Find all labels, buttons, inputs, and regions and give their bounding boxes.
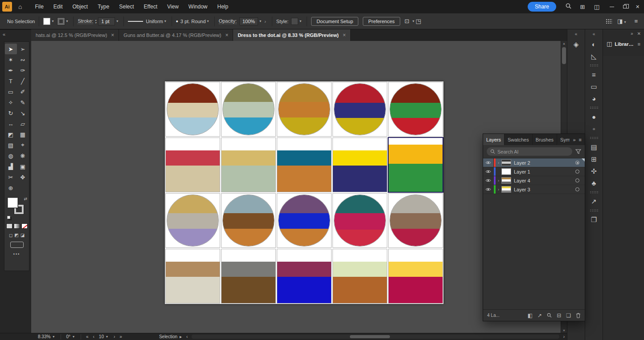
gradient-tool[interactable]: ▧ [5, 140, 17, 150]
brush-value[interactable]: 3 pt. Round [180, 19, 206, 24]
chevron-down-icon[interactable]: ▾ [65, 19, 69, 23]
links-panel-icon[interactable]: ⊞ [585, 153, 603, 165]
target-circle-icon[interactable] [575, 187, 579, 191]
none-mode-button[interactable] [21, 223, 28, 229]
gradient-panel-icon[interactable]: ◕ [585, 93, 603, 105]
draw-inside-icon[interactable]: ◪ [21, 233, 25, 238]
chevron-down-icon[interactable]: ▾ [298, 19, 303, 23]
new-layer-icon[interactable]: ❏ [566, 312, 571, 319]
swatch-circle-cell[interactable] [165, 193, 220, 248]
locate-object-icon[interactable] [547, 313, 552, 318]
expand-panels-icon[interactable]: « [567, 29, 585, 38]
visibility-eye-icon[interactable] [483, 176, 494, 185]
last-artboard-button[interactable]: » [117, 334, 124, 339]
color-wheel-panel-icon[interactable]: ● [585, 111, 603, 123]
artboards-panel-icon[interactable]: ▭ [585, 81, 603, 93]
column-graph-tool[interactable]: ▟ [5, 161, 17, 172]
horizontal-scrollbar-thumb[interactable] [350, 335, 390, 338]
panel-menu-icon[interactable]: ≡ [638, 41, 640, 47]
layer-name[interactable]: Layer 2 [514, 160, 575, 166]
isolate-mode-icon[interactable]: ◳ [416, 18, 421, 24]
swatch-rect-cell[interactable] [221, 249, 276, 304]
chevron-down-icon[interactable]: ▾ [163, 19, 168, 23]
document-setup-button[interactable]: Document Setup [311, 17, 358, 26]
visibility-eye-icon[interactable] [483, 167, 494, 176]
document-tab[interactable]: hats.ai @ 12.5 % (RGB/Preview)× [31, 29, 119, 41]
chevron-down-icon[interactable]: ▾ [258, 19, 263, 23]
pen-tool[interactable]: ✒ [5, 65, 17, 76]
arrange-documents-icon[interactable]: ◫ [591, 4, 603, 10]
fill-swatch[interactable] [8, 198, 18, 208]
swatch-circle-cell[interactable] [388, 193, 443, 248]
target-circle-icon[interactable] [575, 161, 579, 165]
layer-row[interactable]: Layer 1 [483, 167, 585, 176]
stroke-weight-value[interactable]: 1 pt [98, 17, 115, 25]
expand-chevron-icon[interactable]: › [496, 178, 501, 183]
document-tab[interactable]: Dress to the dot.ai @ 8.33 % (RGB/Previe… [233, 29, 351, 41]
delete-layer-icon[interactable] [576, 313, 581, 318]
chevron-down-icon[interactable]: ▾ [50, 19, 55, 23]
shaper-tool[interactable]: ✧ [5, 97, 17, 108]
menu-object[interactable]: Object [68, 0, 93, 13]
visibility-eye-icon[interactable] [483, 185, 494, 194]
layer-row[interactable]: ›Layer 3 [483, 185, 585, 194]
type-tool[interactable]: T [5, 76, 17, 86]
panel-tab-layers[interactable]: Layers [483, 134, 505, 145]
layer-name[interactable]: Layer 4 [514, 178, 575, 183]
panel-tab-symbols[interactable]: Symbols [557, 134, 570, 145]
swatch-circle-cell[interactable] [388, 82, 443, 137]
perspective-grid-tool[interactable]: ◩ [5, 129, 17, 140]
status-menu-arrow-icon[interactable]: ▸ [177, 334, 184, 339]
opacity-value[interactable]: 100% [239, 17, 258, 25]
collapse-toolbar-icon[interactable]: « [3, 32, 5, 37]
layer-thumbnail[interactable] [501, 177, 511, 184]
canvas[interactable] [31, 41, 561, 333]
layer-row[interactable]: ›Layer 2 [483, 158, 585, 167]
asset-export-panel-icon[interactable]: ↗ [585, 195, 603, 207]
stroke-color-swatch[interactable] [57, 18, 65, 25]
line-segment-tool[interactable]: ╱ [17, 76, 29, 86]
horizontal-scrollbar[interactable] [192, 335, 559, 339]
draw-normal-icon[interactable]: ◻ [9, 233, 12, 238]
chevron-down-icon[interactable]: ▾ [623, 20, 627, 24]
swatch-circle-cell[interactable] [221, 82, 276, 137]
workspace-switcher-icon[interactable]: ⊞ [577, 4, 588, 10]
menu-effect[interactable]: Effect [139, 0, 162, 13]
target-circle-icon[interactable] [575, 170, 579, 174]
filter-icon[interactable] [575, 149, 581, 154]
menu-select[interactable]: Select [114, 0, 139, 13]
paintbrush-tool[interactable]: ✐ [17, 86, 29, 97]
fill-color-swatch[interactable] [43, 18, 50, 25]
search-input[interactable] [497, 149, 569, 154]
swatch-circle-cell[interactable] [221, 193, 276, 248]
expand-chevron-icon[interactable]: › [496, 161, 501, 165]
first-artboard-button[interactable]: « [84, 334, 91, 339]
mesh-tool[interactable]: ▦ [17, 129, 29, 140]
step-down-icon[interactable]: ▾ [95, 21, 96, 24]
scale-tool[interactable]: ↘ [17, 108, 29, 118]
scroll-down-icon[interactable]: ▾ [561, 328, 567, 332]
style-swatch[interactable] [291, 18, 298, 25]
layer-name[interactable]: Layer 1 [514, 169, 575, 174]
width-tool[interactable]: ↔ [5, 118, 17, 129]
control-menu-icon[interactable]: ≡ [634, 18, 638, 24]
swap-fill-stroke-icon[interactable]: ⇄ [24, 197, 27, 201]
graphic-styles-panel-icon[interactable]: ♣ [585, 177, 603, 189]
screen-mode-button[interactable] [10, 242, 24, 248]
restore-button[interactable] [618, 0, 631, 13]
layer-thumbnail[interactable] [501, 186, 511, 193]
prev-artboard-button[interactable]: ‹ [91, 334, 97, 339]
panel-menu-icon[interactable]: ≡ [579, 137, 582, 142]
close-dock-icon[interactable]: ✕ [637, 31, 641, 36]
default-fill-stroke-icon[interactable] [7, 216, 10, 219]
vertical-scrollbar-thumb[interactable] [562, 47, 566, 64]
layer-thumbnail[interactable] [501, 168, 511, 175]
rotate-tool[interactable]: ↻ [5, 108, 17, 118]
visibility-eye-icon[interactable] [483, 158, 494, 167]
scroll-left-icon[interactable]: ‹ [184, 334, 190, 339]
target-circle-icon[interactable] [575, 178, 579, 182]
swatch-rect-cell[interactable] [332, 138, 387, 192]
panel-tab-brushes[interactable]: Brushes [533, 134, 557, 145]
zoom-tool[interactable]: ⊕ [5, 182, 17, 193]
swatch-circle-cell[interactable] [277, 82, 332, 137]
